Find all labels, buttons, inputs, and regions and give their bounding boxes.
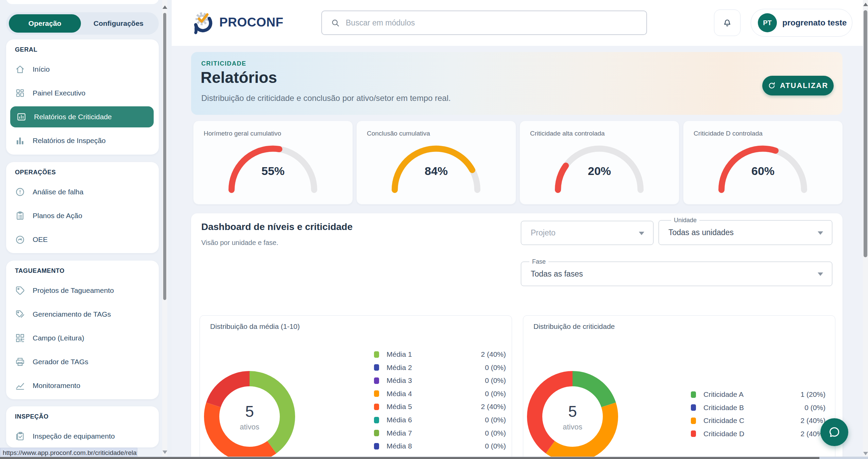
gauge-card: Conclusão cumulativa84% bbox=[356, 121, 516, 205]
dashboard-section-subtitle: Visão por unidade e fase. bbox=[201, 239, 278, 247]
legend-item[interactable]: Criticidade A1 (20%) bbox=[691, 390, 826, 399]
legend-item[interactable]: Média 40 (0%) bbox=[374, 389, 506, 399]
project-select-placeholder: Projeto bbox=[531, 221, 556, 245]
sidebar-item-label: OEE bbox=[33, 235, 48, 244]
sidebar-item-gerador-de-tags[interactable]: Gerador de TAGs bbox=[6, 350, 159, 374]
legend-item[interactable]: Média 12 (40%) bbox=[374, 350, 506, 359]
legend-color-chip bbox=[374, 364, 379, 371]
phase-select[interactable]: Fase Todas as fases bbox=[521, 262, 832, 286]
legend-item[interactable]: Média 70 (0%) bbox=[374, 428, 506, 438]
phase-select-value: Todas as fases bbox=[531, 262, 583, 286]
legend-value: 0 (0%) bbox=[485, 416, 506, 424]
sidebar-scrolled-card bbox=[6, 0, 159, 4]
legend-label: Média 4 bbox=[387, 390, 412, 398]
sidebar-scrollbar-thumb[interactable] bbox=[163, 13, 166, 300]
gauge-title: Horímetro geral cumulativo bbox=[204, 130, 281, 137]
chevron-down-icon bbox=[818, 231, 823, 235]
sidebar-section-inspeção: INSPEÇÃOInspeção de equipamento bbox=[6, 406, 159, 447]
legend-color-chip bbox=[374, 430, 379, 436]
bell-icon bbox=[722, 18, 732, 28]
main-scroll-down-arrow-icon[interactable] bbox=[863, 452, 868, 455]
legend-label: Média 1 bbox=[387, 350, 412, 358]
line-chart-icon bbox=[15, 381, 25, 391]
sidebar-section-title: INSPEÇÃO bbox=[15, 413, 159, 420]
legend-item[interactable]: Média 80 (0%) bbox=[374, 441, 506, 451]
sidebar-item-analise-de-falha[interactable]: Análise de falha bbox=[6, 180, 159, 204]
gauge-title: Criticidade D controlada bbox=[694, 130, 763, 137]
legend-color-chip bbox=[691, 391, 696, 398]
legend-value: 0 (0%) bbox=[804, 404, 826, 412]
legend-color-chip bbox=[691, 430, 696, 437]
refresh-button[interactable]: ATUALIZAR bbox=[762, 76, 834, 95]
legend-value: 2 (40%) bbox=[481, 403, 506, 411]
legend-item[interactable]: Média 52 (40%) bbox=[374, 402, 506, 411]
notifications-button[interactable] bbox=[714, 10, 741, 36]
sidebar-item-planos-de-acao[interactable]: Planos de Ação bbox=[6, 204, 159, 228]
chat-bubble-icon bbox=[828, 425, 841, 439]
chevron-down-icon bbox=[639, 232, 644, 235]
legend-item[interactable]: Criticidade C2 (40%) bbox=[691, 416, 826, 425]
sidebar-item-campo-leitura-[interactable]: Campo (Leitura) bbox=[6, 326, 159, 350]
unit-select-value: Todas as unidades bbox=[668, 220, 734, 245]
media-chart-title: Distribuição da média (1-10) bbox=[210, 322, 300, 331]
tags-icon bbox=[15, 309, 25, 319]
sidebar-item-inspecao-de-equipamento[interactable]: Inspeção de equipamento bbox=[6, 424, 159, 447]
home-icon bbox=[15, 64, 25, 74]
gauge-card: Criticidade D controlada60% bbox=[683, 121, 843, 205]
legend-item[interactable]: Criticidade B0 (0%) bbox=[691, 403, 826, 412]
breadcrumb-module: CRITICIDADE bbox=[201, 60, 246, 67]
clipboard-check-icon bbox=[15, 431, 25, 441]
search-input[interactable] bbox=[345, 18, 646, 28]
sidebar-item-painel-executivo[interactable]: Painel Executivo bbox=[6, 81, 159, 105]
chat-button[interactable] bbox=[820, 418, 848, 446]
criticality-chart-title: Distribuição de criticidade bbox=[533, 322, 615, 331]
sidebar-scroll-down-arrow-icon[interactable] bbox=[163, 451, 167, 454]
main-scroll-up-arrow-icon[interactable] bbox=[863, 3, 868, 6]
donut-total: 5 bbox=[539, 402, 607, 421]
donut-total-caption: ativos bbox=[216, 423, 284, 431]
mode-toggle: Operação Configurações bbox=[6, 12, 159, 35]
sidebar-item-label: Projetos de Tagueamento bbox=[33, 286, 114, 295]
legend-item[interactable]: Média 60 (0%) bbox=[374, 415, 506, 425]
legend-value: 0 (0%) bbox=[485, 442, 506, 450]
legend-item[interactable]: Média 20 (0%) bbox=[374, 363, 506, 372]
search-bar[interactable] bbox=[321, 11, 647, 35]
search-icon bbox=[331, 18, 340, 27]
sidebar-item-relatorios-de-criticidade[interactable]: Relatórios de Criticidade bbox=[10, 106, 154, 127]
sidebar-item-label: Gerenciamento de TAGs bbox=[33, 310, 111, 318]
sidebar-item-label: Painel Executivo bbox=[33, 89, 85, 97]
horizontal-scrollbar-thumb[interactable] bbox=[0, 457, 819, 459]
legend-item[interactable]: Média 30 (0%) bbox=[374, 376, 506, 385]
sidebar-section-geral: GERALInícioPainel ExecutivoRelatórios de… bbox=[6, 39, 159, 155]
grid-icon bbox=[15, 88, 25, 98]
sidebar-item-relatorios-de-inspecao[interactable]: Relatórios de Inspeção bbox=[6, 129, 159, 153]
dashboard-section-title: Dashboard de níveis e criticidade bbox=[201, 222, 353, 232]
sidebar-item-gerenciamento-de-tags[interactable]: Gerenciamento de TAGs bbox=[6, 302, 159, 326]
legend-value: 0 (0%) bbox=[485, 364, 506, 372]
gauge-value: 55% bbox=[193, 164, 353, 178]
gauge-value: 60% bbox=[683, 164, 843, 178]
legend-label: Criticidade D bbox=[703, 430, 744, 438]
legend-label: Média 6 bbox=[387, 416, 412, 424]
legend-color-chip bbox=[374, 404, 379, 410]
sidebar-item-projetos-de-tagueamento[interactable]: Projetos de Tagueamento bbox=[6, 279, 159, 302]
sidebar-scroll-up-arrow-icon[interactable] bbox=[163, 5, 167, 9]
toggle-operacao[interactable]: Operação bbox=[9, 14, 81, 33]
unit-select[interactable]: Unidade Todas as unidades bbox=[659, 220, 832, 245]
toggle-configuracoes[interactable]: Configurações bbox=[81, 14, 156, 33]
legend-label: Média 2 bbox=[387, 364, 412, 372]
project-select[interactable]: Projeto bbox=[521, 221, 653, 245]
legend-label: Média 8 bbox=[387, 442, 412, 450]
clipboard-list-icon bbox=[15, 211, 25, 221]
gauge-title: Criticidade alta controlada bbox=[530, 130, 605, 137]
sidebar-item-inicio[interactable]: Início bbox=[6, 57, 159, 81]
donut-center-label: 5 ativos bbox=[539, 402, 607, 431]
sidebar-item-monitoramento[interactable]: Monitoramento bbox=[6, 374, 159, 398]
user-menu[interactable]: PT progrenato teste bbox=[751, 9, 852, 37]
gear-check-logo-icon bbox=[192, 11, 216, 34]
legend-item[interactable]: Criticidade D2 (40%) bbox=[691, 429, 826, 439]
main-scrollbar-thumb[interactable] bbox=[864, 10, 867, 257]
chevron-down-icon bbox=[818, 272, 823, 276]
sidebar-item-oee[interactable]: OEE bbox=[6, 228, 159, 251]
sidebar-item-label: Relatórios de Inspeção bbox=[33, 137, 106, 145]
